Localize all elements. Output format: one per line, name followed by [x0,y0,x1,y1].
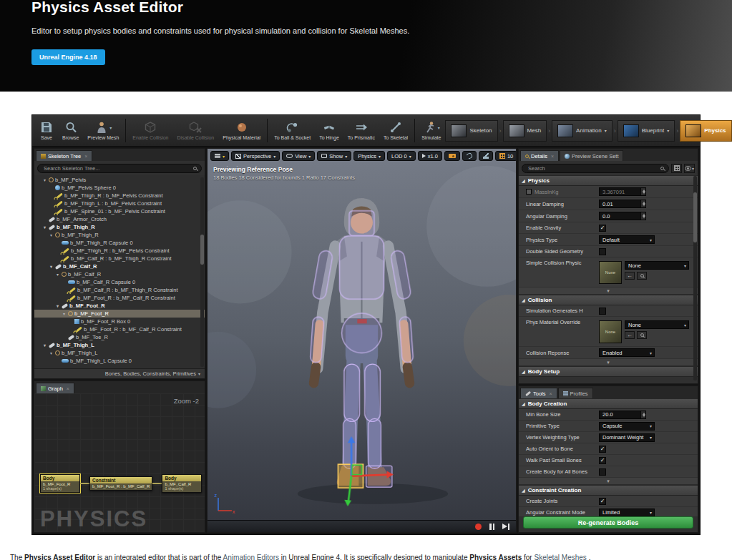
checkbox-simulation-generates-h[interactable] [599,308,606,315]
number-input-massinkg[interactable]: 3.367091 [599,187,646,196]
graph-node-b-mf-foot-r[interactable]: Bodyb_MF_Foot_R1 shape(s) [40,474,80,493]
tab-skeleton-tree[interactable]: Skeleton Tree × [36,150,92,161]
tree-item-b-mf-foot-r-box-0[interactable]: b_MF_Foot_R Box 0 [34,318,205,325]
tree-item-b-mf-thigh-l-b-mf-pelvis-constraint[interactable]: b_MF_Thigh_L : b_MF_Pelvis Constraint [34,200,205,207]
section-header-constraint-creation[interactable]: ◢Constraint Creation [519,485,698,496]
dropdown-collision-reponse[interactable]: Enabled▾ [599,348,655,357]
asset-dropdown-simple-collision-physic[interactable]: None▾ [625,261,689,270]
viewport-perspective-button[interactable]: Perspective▾ [231,151,280,161]
tab-graph[interactable]: Graph × [36,383,74,393]
tree-scrollbar[interactable] [200,177,204,367]
graph-node-b-mf-foot-r-b-mf-calf-r[interactable]: Constraintb_MF_Foot_R : b_MF_Calf_R [89,476,152,491]
tree-filter-button[interactable]: Bones, Bodies, Constraints, Primitives ▾ [34,368,205,378]
details-scrollbar[interactable] [693,176,697,380]
viewport-lod-0-button[interactable]: LOD 0▾ [387,151,416,161]
checkbox-enable-gravity[interactable]: ✓ [599,225,606,232]
mode-mesh-button[interactable]: Mesh [503,120,547,142]
toolbar-browse-button[interactable]: Browse [58,115,83,146]
asset-thumbnail[interactable]: None [599,261,622,284]
toolbar-to-hinge-button[interactable]: To Hinge [315,115,343,146]
skeleton-tree-search[interactable] [37,164,202,173]
asset-thumbnail[interactable]: None [599,320,622,343]
tab-profiles[interactable]: Profiles [558,388,593,398]
number-input-linear-damping[interactable]: 0.01 [599,200,646,208]
checkbox-walk-past-small-bones[interactable]: ✓ [599,457,606,464]
section-expander[interactable]: ▾ [519,359,698,366]
section-header-physics[interactable]: ◢Physics [519,175,698,186]
toolbar-to-ball-socket-button[interactable]: To Ball & Socket [270,115,315,146]
checkbox-double-sided-geometry[interactable] [599,248,606,255]
override-checkbox[interactable] [526,189,532,195]
record-button[interactable] [475,524,482,530]
tree-item-b-mf-armor-crotch[interactable]: b_MF_Armor_Crotch [34,215,205,223]
checkbox-create-joints[interactable]: ✓ [599,498,606,505]
tree-item-b-mf-pelvis-sphere-0[interactable]: b_MF_Pelvis Sphere 0 [34,184,205,192]
use-selected-asset-button[interactable]: ← [625,331,635,339]
tree-item-b-mf-foot-r[interactable]: ▾b_MF_Foot_R [34,302,205,310]
section-header-collision[interactable]: ◢Collision [519,295,698,305]
browse-asset-button[interactable] [637,331,647,339]
toolbar-simulate-button[interactable]: ▾Simulate [417,115,445,146]
spinner-icon[interactable] [640,200,645,207]
tree-item-b-mf-spine-01-b-mf-pelvis-constraint[interactable]: b_MF_Spine_01 : b_MF_Pelvis Constraint [34,207,205,215]
display-filter-button[interactable]: ▾ [684,164,695,173]
skeleton-tree-search-input[interactable] [42,164,191,172]
toolbar-disable-collision-button[interactable]: Disable Collision [173,115,219,146]
footer-link-skeletal-meshes[interactable]: Skeletal Meshes [534,554,586,560]
number-input-angular-damping[interactable]: 0.0 [599,212,646,220]
spinner-icon[interactable] [640,212,645,220]
toolbar-preview-mesh-button[interactable]: ▾Preview Mesh [83,115,123,146]
close-tab-icon[interactable]: × [551,154,554,159]
tree-item-b-mf-thigh-r[interactable]: ▾b_MF_Thigh_R [34,223,205,231]
tree-item-b-mf-foot-r-b-mf-calf-r-constraint[interactable]: b_MF_Foot_R : b_MF_Calf_R Constraint [34,294,205,302]
tree-item-b-mf-thigh-l-capsule-0[interactable]: b_MF_Thigh_L Capsule 0 [34,357,205,365]
dropdown-primitive-type[interactable]: Capsule▾ [599,422,655,431]
viewport-show-button[interactable]: Show▾ [317,151,351,161]
tree-item-b-mf-toe-r[interactable]: b_MF_Toe_R [34,333,205,341]
mode-skeleton-button[interactable]: Skeleton [445,120,497,142]
tree-item-b-mf-calf-r-b-mf-thigh-r-constraint[interactable]: b_MF_Calf_R : b_MF_Thigh_R Constraint [34,255,205,262]
version-button[interactable]: Unreal Engine 4.18 [31,49,105,65]
checkbox-auto-orient-to-bone[interactable]: ✓ [599,446,606,453]
viewport-orbit-icon-button[interactable] [462,151,477,161]
dropdown-angular-constraint-mode[interactable]: Limited▾ [599,509,655,517]
details-search-input[interactable] [527,164,658,172]
tree-item-b-mf-thigh-r-b-mf-pelvis-constraint[interactable]: b_MF_Thigh_R : b_MF_Pelvis Constraint [34,247,205,255]
section-header-body-setup[interactable]: ◢Body Setup [519,366,698,377]
checkbox-create-body-for-all-bones[interactable] [599,468,606,476]
close-tab-icon[interactable]: × [550,391,552,396]
close-tab-icon[interactable]: × [84,154,87,159]
tree-item-b-mf-thigh-r[interactable]: ▾b_MF_Thigh_R [34,231,205,239]
viewport-camera-speed-icon-button[interactable] [444,151,460,161]
tree-item-b-mf-foot-r[interactable]: ▾b_MF_Foot_R [34,310,205,318]
close-tab-icon[interactable]: × [67,386,69,391]
footer-link-animation-editors[interactable]: Animation Editors [223,554,279,560]
mode-blueprint-button[interactable]: Blueprint▾ [618,120,675,142]
tree-item-b-mf-calf-r[interactable]: ▾b_MF_Calf_R [34,262,205,270]
viewport-options-button[interactable]: ▾ [210,151,229,161]
spinner-icon[interactable] [640,411,645,418]
tree-item-b-mf-calf-r-b-mf-thigh-r-constraint[interactable]: b_MF_Calf_R : b_MF_Thigh_R Constraint [34,286,205,294]
toolbar-physical-material-button[interactable]: Physical Material [218,115,265,146]
viewport-surface-snap-icon-button[interactable] [479,151,493,161]
toolbar-to-prismatic-button[interactable]: To Prismatic [343,115,379,146]
step-forward-button[interactable] [502,524,507,529]
tab-details[interactable]: Details × [520,150,559,161]
tree-item-b-mf-calf-r[interactable]: ▾b_MF_Calf_R [34,270,205,278]
tree-item-b-mf-thigh-l[interactable]: ▾b_MF_Thigh_L [34,349,205,357]
dropdown-vertex-weighting-type[interactable]: Dominant Weight▾ [599,433,655,442]
section-expander[interactable]: ▾ [519,478,698,485]
tree-item-b-mf-thigh-r-capsule-0[interactable]: b_MF_Thigh_R Capsule 0 [34,239,205,247]
toolbar-enable-collision-button[interactable]: Enable Collision [128,115,172,146]
viewport-x1-0-button[interactable]: x1.0 [418,151,442,161]
graph-canvas[interactable]: Zoom -2 Bodyb_MF_Foot_R1 shape(s)Constra… [34,393,205,532]
pause-button[interactable] [489,524,494,530]
browse-asset-button[interactable] [637,272,647,280]
viewport-scene[interactable] [208,149,516,532]
mode-physics-button[interactable]: Physics [680,120,731,142]
tree-item-b-mf-thigh-r-b-mf-pelvis-constraint[interactable]: b_MF_Thigh_R : b_MF_Pelvis Constraint [34,192,205,200]
dropdown-physics-type[interactable]: Default▾ [599,235,655,244]
toolbar-to-skeletal-button[interactable]: To Skeletal [379,115,412,146]
spinner-icon[interactable] [640,188,645,195]
tab-preview-scene-settings[interactable]: Preview Scene Sett [560,150,623,161]
